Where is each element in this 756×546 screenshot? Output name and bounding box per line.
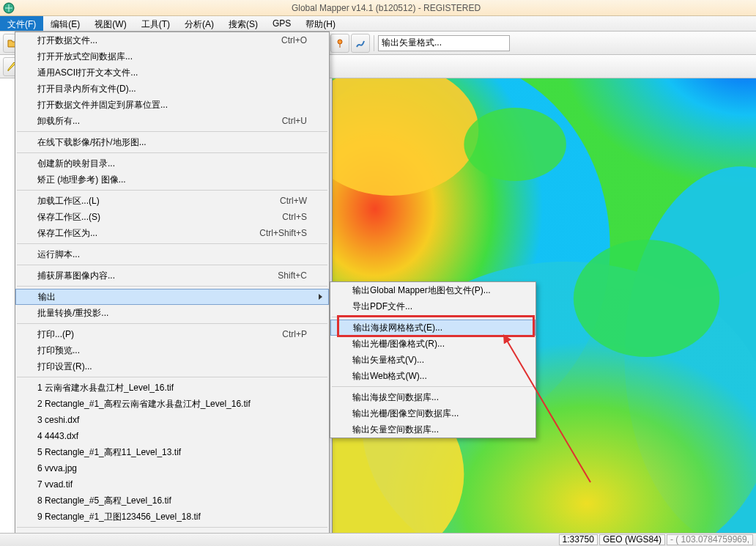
submenu-item[interactable]: 输出Web格式(W)... [330,368,536,384]
export-combo[interactable]: 输出矢量格式... [378,35,510,51]
menu-item[interactable]: 8 Rectangle_#5_高程_Level_16.tif [15,492,329,509]
menu-item[interactable]: 在线下载影像/拓扑/地形图... [15,134,329,150]
menu-item-label: 运行脚本... [37,248,80,261]
menu-item-label: 批量转换/重投影... [37,307,108,320]
menu-item-label: 7 vvad.tif [37,479,73,490]
menu-item-label: 保存工作区为... [37,227,97,240]
menu-item[interactable]: 搜索(S) [221,16,265,31]
svg-point-23 [464,108,566,181]
menu-item-label: 输出 [38,291,56,303]
submenu-item[interactable]: 输出矢量空间数据库... [330,421,536,438]
menu-item[interactable]: 打印设置(R)... [15,358,329,375]
menu-shortcut: Ctrl+O [281,35,307,45]
menu-separator [17,152,327,153]
menu-item[interactable]: 工具(T) [134,16,177,31]
menu-item-label: 创建新的映射目录... [37,158,115,170]
route-button[interactable] [351,34,370,53]
status-scale: 1:33750 [559,534,598,545]
menu-item[interactable]: 编辑(E) [43,16,87,31]
file-menu-dropdown: 打开数据文件...Ctrl+O打开开放式空间数据库...通用ASCII打开文本文… [15,32,330,546]
menu-item-label: 6 vvva.jpg [37,463,77,473]
menu-item[interactable]: 矫正 (地理参考) 图像... [15,171,329,188]
menu-item-label: 打开开放式空间数据库... [37,51,133,63]
menu-item[interactable]: 打开数据文件...Ctrl+O [15,32,329,48]
menu-separator [17,190,327,191]
window-title: Global Mapper v14.1 (b120512) - REGISTER… [19,3,753,13]
menu-item[interactable]: 卸载所有...Ctrl+U [15,113,329,129]
menu-item[interactable]: 3 ceshi.dxf [15,412,329,428]
menu-item[interactable]: 视图(W) [87,16,133,31]
menu-item-label: 3 ceshi.dxf [37,415,79,425]
menu-item-label: 打印...(P) [37,328,74,341]
menu-item[interactable]: 9 Rectangle_#1_卫图123456_Level_18.tif [15,509,329,525]
menu-item-label: 1 云南省建水县盘江村_Level_16.tif [37,382,174,394]
menu-item-label: 5 Rectangle_#1_高程11_Level_13.tif [37,446,181,459]
menu-item[interactable]: 打印预览... [15,342,329,358]
menu-item[interactable]: 打印...(P)Ctrl+P [15,326,329,342]
menu-item[interactable]: 4 4443.dxf [15,428,329,444]
menu-item[interactable]: 捕获屏幕图像内容...Shift+C [15,268,329,284]
chevron-right-icon [319,294,322,300]
menu-item-label: 捕获屏幕图像内容... [37,270,115,282]
menu-separator [17,527,327,528]
menu-item-label: 8 Rectangle_#5_高程_Level_16.tif [37,495,171,507]
menubar: 文件(F)编辑(E)视图(W)工具(T)分析(A)搜索(S)GPS帮助(H) [0,16,756,32]
menu-item-label: 矫正 (地理参考) 图像... [37,174,126,186]
menu-item[interactable]: 通用ASCII打开文本文件... [15,64,329,81]
menu-item-label: 打开目录内所有文件(D)... [37,83,136,95]
submenu-item[interactable]: 输出矢量格式(V)... [330,352,536,368]
submenu-item[interactable]: 输出光栅/图像空间数据库... [330,405,536,421]
menu-item-label: 4 4443.dxf [37,431,78,441]
menu-item-label: 9 Rectangle_#1_卫图123456_Level_18.tif [37,511,201,523]
menu-item[interactable]: 1 云南省建水县盘江村_Level_16.tif [15,380,329,396]
menu-item[interactable]: GPS [265,16,298,31]
menu-item-label: 打印设置(R)... [37,361,92,373]
menu-shortcut: Ctrl+W [280,196,307,206]
menu-separator [17,131,327,132]
submenu-item[interactable]: 输出Global Mapper地图包文件(P)... [330,282,536,298]
menu-item[interactable]: 2 Rectangle_#1_高程云南省建水县盘江村_Level_16.tif [15,396,329,412]
menu-separator [17,323,327,324]
app-icon [3,2,15,14]
menu-item-export[interactable]: 输出 [15,289,329,305]
submenu-item[interactable]: 导出PDF文件... [330,298,536,314]
menu-item[interactable]: 保存工作区...(S)Ctrl+S [15,209,329,225]
menu-separator [332,386,534,387]
menu-item[interactable]: 文件(F) [0,16,43,31]
menu-item-label: 打开数据文件并固定到屏幕位置... [37,99,168,111]
svg-point-9 [338,40,342,44]
status-coordinates: - ( 103.0784759969, [667,534,753,545]
menu-separator [17,243,327,244]
menu-item-label: 在线下载影像/拓扑/地形图... [37,136,147,149]
submenu-item[interactable]: 输出光栅/图像格式(R)... [330,336,536,352]
submenu-item[interactable]: 输出海拔网格格式(E)... [330,320,536,336]
pin-button[interactable] [330,34,349,53]
menu-item-label: 加载工作区...(L) [37,195,100,207]
menu-separator [17,265,327,265]
menu-item[interactable]: 6 vvva.jpg [15,460,329,476]
statusbar: 1:33750 GEO (WGS84) - ( 103.0784759969, [0,533,756,546]
menu-item[interactable]: 5 Rectangle_#1_高程11_Level_13.tif [15,444,329,460]
submenu-item[interactable]: 输出海拔空间数据库... [330,389,536,405]
menu-item[interactable]: 7 vvad.tif [15,476,329,492]
menu-item[interactable]: 保存工作区为...Ctrl+Shift+S [15,225,329,241]
menu-item[interactable]: 批量转换/重投影... [15,305,329,321]
menu-shortcut: Shift+C [278,270,307,281]
export-submenu: 输出Global Mapper地图包文件(P)...导出PDF文件...输出海拔… [330,281,536,438]
menu-shortcut: Ctrl+S [282,212,307,222]
menu-item[interactable]: 帮助(H) [298,16,343,31]
menu-separator [17,377,327,377]
menu-item[interactable]: 打开开放式空间数据库... [15,48,329,64]
menu-item-label: 卸载所有... [37,115,80,128]
menu-item-label: 打开数据文件... [37,34,97,47]
menu-item-label: 通用ASCII打开文本文件... [37,67,138,79]
menu-item[interactable]: 打开目录内所有文件(D)... [15,81,329,97]
menu-item[interactable]: 创建新的映射目录... [15,155,329,171]
menu-item[interactable]: 打开数据文件并固定到屏幕位置... [15,97,329,113]
svg-point-24 [574,240,719,357]
menu-item[interactable]: 分析(A) [177,16,221,31]
menu-item[interactable]: 运行脚本... [15,246,329,262]
menu-item-label: 保存工作区...(S) [37,211,100,224]
menu-item[interactable]: 加载工作区...(L)Ctrl+W [15,193,329,209]
menu-shortcut: Ctrl+Shift+S [259,228,307,238]
